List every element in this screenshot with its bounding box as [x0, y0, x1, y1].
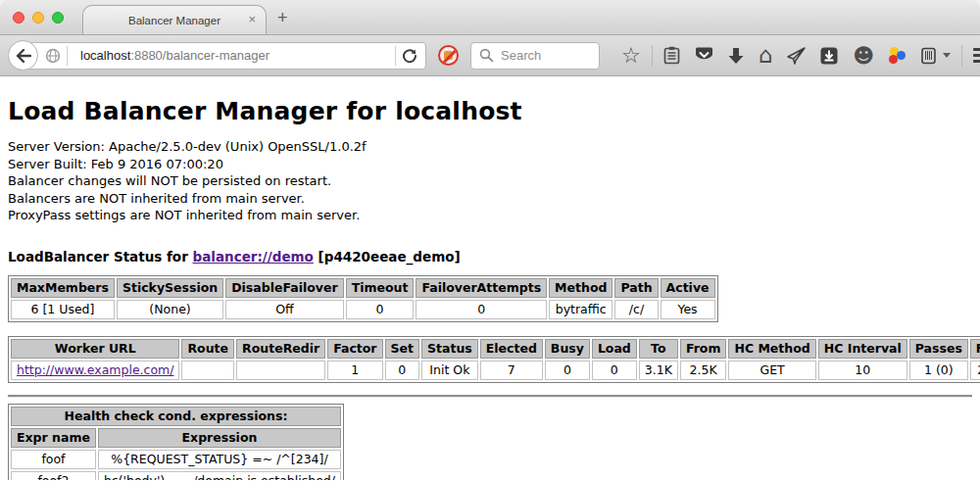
site-identity-globe-icon: [45, 48, 61, 64]
table-header-row: MaxMembers StickySession DisableFailover…: [11, 278, 715, 298]
cell-expr-name: foof2: [11, 471, 96, 481]
table-row: foof2 hc('body') =~ /domain is establish…: [11, 471, 341, 481]
table-row: http://www.example.com/ 1 0 Init Ok 7 0 …: [11, 361, 980, 380]
table-title-row: Health check cond. expressions:: [11, 407, 341, 426]
cell-method: bytraffic: [549, 300, 612, 319]
balancer-summary-table: MaxMembers StickySession DisableFailover…: [8, 275, 718, 322]
cell-failoverattempts: 0: [416, 300, 547, 319]
colored-dots-icon[interactable]: [889, 47, 906, 65]
tab-bar: Balancer Manager × +: [0, 0, 980, 35]
navigation-toolbar: localhost:8880/balancer-manager Search ☆: [0, 35, 980, 76]
server-info: Server Version: Apache/2.5.0-dev (Unix) …: [8, 138, 972, 224]
clipboard-icon[interactable]: [663, 46, 680, 65]
col-fails: Fails: [970, 339, 980, 359]
col-expression: Expression: [98, 428, 341, 448]
cell-route: [181, 361, 234, 380]
cell-hc-interval: 10: [818, 361, 907, 380]
balancer-demo-link[interactable]: balancer://demo: [193, 249, 314, 265]
cell-fails: 2 (0): [970, 361, 980, 380]
url-host: localhost: [80, 48, 130, 63]
col-to: To: [639, 339, 678, 359]
worker-table: Worker URL Route RouteRedir Factor Set S…: [8, 336, 980, 383]
url-bar[interactable]: localhost:8880/balancer-manager: [23, 42, 426, 70]
url-bar-divider: [395, 46, 396, 66]
cell-expression: hc('body') =~ /domain is established/: [98, 471, 341, 481]
table-row: foof %{REQUEST_STATUS} =~ /^[234]/: [11, 450, 341, 469]
window-zoom-button[interactable]: [52, 12, 64, 24]
download-box-icon[interactable]: [820, 47, 838, 65]
search-bar[interactable]: Search: [470, 42, 600, 70]
send-plane-icon[interactable]: [787, 47, 806, 65]
cell-routeredir: [236, 361, 325, 380]
downloads-icon[interactable]: [728, 47, 744, 65]
url-text[interactable]: localhost:8880/balancer-manager: [80, 48, 389, 63]
cell-to: 3.1K: [639, 361, 678, 380]
table-header-row: Worker URL Route RouteRedir Factor Set S…: [11, 339, 980, 359]
col-failoverattempts: FailoverAttempts: [416, 278, 547, 298]
tab-title: Balancer Manager: [128, 15, 220, 26]
url-bar-divider: [67, 46, 68, 66]
cell-hc-method: GET: [728, 361, 815, 380]
toolbar-divider: [961, 45, 962, 67]
col-worker-url: Worker URL: [11, 339, 179, 359]
cell-expr-name: foof: [11, 450, 96, 469]
bookmark-star-icon[interactable]: ☆: [621, 45, 641, 67]
table-header-row: Expr name Expression: [11, 428, 341, 448]
tab-close-icon[interactable]: ×: [248, 13, 256, 26]
cell-elected: 7: [480, 361, 543, 380]
cell-from: 2.5K: [680, 361, 727, 380]
server-version-line: Server Version: Apache/2.5.0-dev (Unix) …: [8, 138, 972, 156]
home-icon[interactable]: ⌂: [759, 45, 773, 66]
status-prefix: LoadBalancer Status for: [8, 249, 193, 265]
cell-timeout: 0: [346, 300, 415, 319]
blocked-plugin-icon[interactable]: [438, 45, 459, 66]
cell-disablefailover: Off: [225, 300, 343, 319]
reload-button[interactable]: [402, 48, 417, 64]
server-built-line: Server Built: Feb 9 2016 07:00:20: [8, 156, 972, 173]
smiley-icon[interactable]: ☻: [853, 46, 874, 66]
toolbar-divider: [652, 45, 653, 67]
browser-window: Balancer Manager × + localhost:8880/bala…: [0, 0, 980, 481]
window-close-button[interactable]: [13, 12, 24, 24]
worker-url-link[interactable]: http://www.example.com/: [17, 362, 173, 377]
url-path: :8880/balancer-manager: [130, 48, 270, 63]
col-hc-method: HC Method: [728, 339, 815, 359]
reload-icon: [402, 48, 417, 64]
health-check-title: Health check cond. expressions:: [11, 407, 341, 426]
container-icon[interactable]: [921, 47, 936, 65]
col-stickysession: StickySession: [117, 278, 223, 298]
col-load: Load: [592, 339, 637, 359]
col-from: From: [680, 339, 727, 359]
cell-set: 0: [385, 361, 419, 380]
col-expr-name: Expr name: [11, 428, 96, 448]
inherit-notice-line: Balancers are NOT inherited from main se…: [8, 190, 972, 208]
col-active: Active: [661, 278, 715, 298]
back-button[interactable]: [8, 40, 38, 71]
tab-balancer-manager[interactable]: Balancer Manager ×: [82, 5, 267, 34]
page-title: Load Balancer Manager for localhost: [8, 97, 972, 125]
status-suffix: [p4420eeae_demo]: [314, 249, 461, 265]
cell-status: Init Ok: [421, 361, 478, 380]
persist-notice-line: Balancer changes will NOT be persisted o…: [8, 172, 972, 190]
col-passes: Passes: [909, 339, 968, 359]
cell-passes: 1 (0): [909, 361, 968, 380]
pocket-icon[interactable]: [695, 47, 713, 65]
col-method: Method: [549, 278, 612, 298]
new-tab-button[interactable]: +: [277, 8, 288, 28]
cell-maxmembers: 6 [1 Used]: [11, 300, 115, 319]
cell-load: 0: [592, 361, 637, 380]
col-factor: Factor: [327, 339, 382, 359]
cell-expression: %{REQUEST_STATUS} =~ /^[234]/: [98, 450, 341, 469]
divider-rule: [8, 395, 972, 398]
col-elected: Elected: [480, 339, 543, 359]
menu-hamburger-icon[interactable]: [973, 48, 980, 63]
proxypass-notice-line: ProxyPass settings are NOT inherited fro…: [8, 207, 972, 224]
window-controls: [13, 12, 64, 24]
cell-factor: 1: [327, 361, 382, 380]
table-row: 6 [1 Used] (None) Off 0 0 bytraffic /c/ …: [11, 300, 715, 319]
window-minimize-button[interactable]: [32, 12, 44, 24]
chevron-down-icon[interactable]: [943, 53, 951, 58]
col-path: Path: [614, 278, 658, 298]
col-busy: Busy: [545, 339, 590, 359]
cell-busy: 0: [545, 361, 590, 380]
